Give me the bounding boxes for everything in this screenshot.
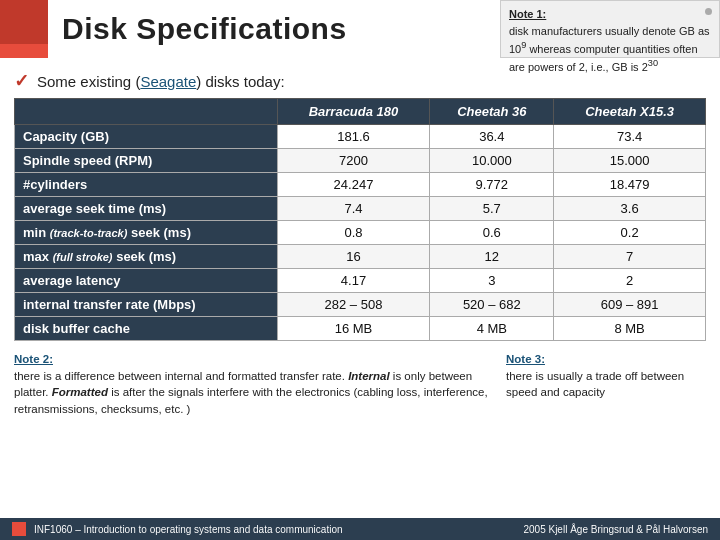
slide-container: Disk Specifications Note 1: disk manufac…	[0, 0, 720, 540]
row-val-min-seek-2: 0.6	[430, 221, 554, 245]
note3-box: Note 3: there is usually a trade off bet…	[506, 351, 706, 418]
red-block	[0, 0, 48, 58]
row-val-avg-latency-3: 2	[554, 269, 706, 293]
row-val-cylinders-2: 9.772	[430, 173, 554, 197]
note2-title: Note 2:	[14, 353, 53, 365]
red-block-top	[0, 0, 48, 44]
page-title: Disk Specifications	[62, 12, 347, 46]
row-val-buffer-3: 8 MB	[554, 317, 706, 341]
note1-title: Note 1:	[509, 7, 711, 22]
table-row: Spindle speed (RPM) 7200 10.000 15.000	[15, 149, 706, 173]
table-row: min (track-to-track) seek (ms) 0.8 0.6 0…	[15, 221, 706, 245]
col-header-barracuda: Barracuda 180	[277, 99, 430, 125]
row-val-transfer-1: 282 – 508	[277, 293, 430, 317]
row-val-cylinders-3: 18.479	[554, 173, 706, 197]
table-row: average latency 4.17 3 2	[15, 269, 706, 293]
note3-title: Note 3:	[506, 353, 545, 365]
row-val-capacity-2: 36.4	[430, 125, 554, 149]
row-label-cylinders: #cylinders	[15, 173, 278, 197]
row-val-max-seek-2: 12	[430, 245, 554, 269]
row-val-avg-seek-2: 5.7	[430, 197, 554, 221]
footer-course: INF1060 – Introduction to operating syst…	[34, 524, 343, 535]
red-block-bottom	[0, 44, 48, 58]
row-val-capacity-1: 181.6	[277, 125, 430, 149]
table-row: internal transfer rate (Mbps) 282 – 508 …	[15, 293, 706, 317]
footer-authors: 2005 Kjell Åge Bringsrud & Pål Halvorsen	[523, 524, 708, 535]
row-val-transfer-3: 609 – 891	[554, 293, 706, 317]
note3-body: there is usually a trade off between spe…	[506, 370, 684, 399]
row-label-max-seek: max (full stroke) seek (ms)	[15, 245, 278, 269]
row-val-spindle-1: 7200	[277, 149, 430, 173]
row-label-avg-latency: average latency	[15, 269, 278, 293]
note1-body: disk manufacturers usually denote GB as …	[509, 25, 710, 73]
table-row: disk buffer cache 16 MB 4 MB 8 MB	[15, 317, 706, 341]
row-label-capacity: Capacity (GB)	[15, 125, 278, 149]
seagate-link[interactable]: Seagate	[140, 73, 196, 90]
table-header-row: Barracuda 180 Cheetah 36 Cheetah X15.3	[15, 99, 706, 125]
row-val-min-seek-3: 0.2	[554, 221, 706, 245]
col-header-label	[15, 99, 278, 125]
table-wrapper: Barracuda 180 Cheetah 36 Cheetah X15.3 C…	[0, 98, 720, 341]
row-val-capacity-3: 73.4	[554, 125, 706, 149]
header-bar: Disk Specifications Note 1: disk manufac…	[0, 0, 720, 58]
row-val-max-seek-1: 16	[277, 245, 430, 269]
specs-table: Barracuda 180 Cheetah 36 Cheetah X15.3 C…	[14, 98, 706, 341]
row-val-spindle-2: 10.000	[430, 149, 554, 173]
footer-icon	[12, 522, 26, 536]
note1-box: Note 1: disk manufacturers usually denot…	[500, 0, 720, 58]
row-label-spindle: Spindle speed (RPM)	[15, 149, 278, 173]
row-label-avg-seek: average seek time (ms)	[15, 197, 278, 221]
row-val-buffer-1: 16 MB	[277, 317, 430, 341]
footer-left: INF1060 – Introduction to operating syst…	[12, 522, 343, 536]
row-label-min-seek: min (track-to-track) seek (ms)	[15, 221, 278, 245]
bullet-check-icon: ✓	[14, 70, 29, 92]
col-header-cheetah36: Cheetah 36	[430, 99, 554, 125]
table-row: max (full stroke) seek (ms) 16 12 7	[15, 245, 706, 269]
row-val-max-seek-3: 7	[554, 245, 706, 269]
row-val-cylinders-1: 24.247	[277, 173, 430, 197]
row-val-avg-latency-1: 4.17	[277, 269, 430, 293]
bullet-text: Some existing (Seagate) disks today:	[37, 73, 285, 90]
row-val-spindle-3: 15.000	[554, 149, 706, 173]
row-val-min-seek-1: 0.8	[277, 221, 430, 245]
table-row: Capacity (GB) 181.6 36.4 73.4	[15, 125, 706, 149]
row-label-transfer-rate: internal transfer rate (Mbps)	[15, 293, 278, 317]
notes-area: Note 2: there is a difference between in…	[0, 347, 720, 418]
note2-body: there is a difference between internal a…	[14, 370, 488, 415]
row-val-avg-latency-2: 3	[430, 269, 554, 293]
table-row: average seek time (ms) 7.4 5.7 3.6	[15, 197, 706, 221]
table-row: #cylinders 24.247 9.772 18.479	[15, 173, 706, 197]
row-val-buffer-2: 4 MB	[430, 317, 554, 341]
note2-box: Note 2: there is a difference between in…	[14, 351, 496, 418]
col-header-cheetahx15: Cheetah X15.3	[554, 99, 706, 125]
row-val-transfer-2: 520 – 682	[430, 293, 554, 317]
row-label-buffer: disk buffer cache	[15, 317, 278, 341]
footer-bar: INF1060 – Introduction to operating syst…	[0, 518, 720, 540]
footer-right: 2005 Kjell Åge Bringsrud & Pål Halvorsen	[523, 524, 708, 535]
title-area: Disk Specifications	[48, 0, 500, 58]
row-val-avg-seek-1: 7.4	[277, 197, 430, 221]
decorative-dot	[705, 8, 712, 15]
row-val-avg-seek-3: 3.6	[554, 197, 706, 221]
